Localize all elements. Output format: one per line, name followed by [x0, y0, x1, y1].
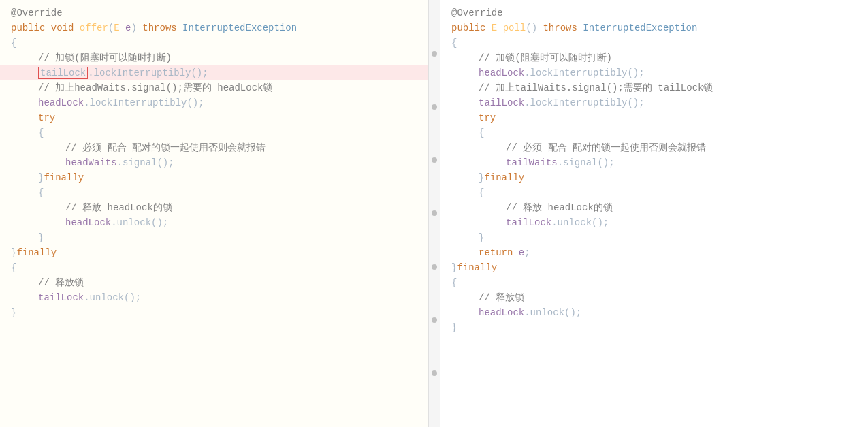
left-line-21: } [0, 305, 428, 320]
right-line-5: headLock.lockInterruptibly(); [440, 65, 868, 80]
right-line-19: { [440, 275, 868, 290]
left-line-5: tailLock.lockInterruptibly(); [0, 65, 428, 80]
right-line-4: // 加锁(阻塞时可以随时打断) [440, 50, 868, 65]
left-line-10: // 必须 配合 配对的锁一起使用否则会就报错 [0, 140, 428, 155]
left-line-7: headLock.lockInterruptibly(); [0, 95, 428, 110]
left-line-11: headWaits.signal(); [0, 155, 428, 170]
right-line-9: { [440, 125, 868, 140]
divider-dot-7 [432, 370, 437, 376]
left-code-panel[interactable]: @Override public void offer(E e) throws … [0, 0, 428, 427]
right-line-20: // 释放锁 [440, 290, 868, 305]
left-line-1: @Override [0, 5, 428, 20]
left-line-17: }finally [0, 245, 428, 260]
left-line-16: } [0, 230, 428, 245]
left-line-8: try [0, 110, 428, 125]
right-line-17: return e; [440, 245, 868, 260]
left-line-2: public void offer(E e) throws Interrupte… [0, 20, 428, 35]
left-line-12: }finally [0, 170, 428, 185]
right-line-3: { [440, 35, 868, 50]
right-line-14: // 释放 headLock的锁 [440, 200, 868, 215]
right-line-2: public E poll() throws InterruptedExcept… [440, 20, 868, 35]
divider-dot-1 [432, 51, 437, 57]
left-line-18: { [0, 260, 428, 275]
right-line-1: @Override [440, 5, 868, 20]
right-line-8: try [440, 110, 868, 125]
right-line-12: }finally [440, 170, 868, 185]
left-line-19: // 释放锁 [0, 275, 428, 290]
left-line-6: // 加上headWaits.signal();需要的 headLock锁 [0, 80, 428, 95]
right-line-18: }finally [440, 260, 868, 275]
panel-divider [428, 0, 440, 427]
divider-dot-2 [432, 104, 437, 110]
left-line-14: // 释放 headLock的锁 [0, 200, 428, 215]
divider-dot-3 [432, 157, 437, 163]
left-line-4: // 加锁(阻塞时可以随时打断) [0, 50, 428, 65]
right-line-11: tailWaits.signal(); [440, 155, 868, 170]
right-line-13: { [440, 185, 868, 200]
right-line-21: headLock.unlock(); [440, 305, 868, 320]
divider-dot-6 [432, 317, 437, 323]
right-code-panel[interactable]: @Override public E poll() throws Interru… [440, 0, 868, 427]
left-line-3: { [0, 35, 428, 50]
divider-dot-5 [432, 264, 437, 270]
right-line-7: tailLock.lockInterruptibly(); [440, 95, 868, 110]
right-line-10: // 必须 配合 配对的锁一起使用否则会就报错 [440, 140, 868, 155]
right-line-16: } [440, 230, 868, 245]
right-line-15: tailLock.unlock(); [440, 215, 868, 230]
left-line-9: { [0, 125, 428, 140]
left-line-13: { [0, 185, 428, 200]
right-line-6: // 加上tailWaits.signal();需要的 tailLock锁 [440, 80, 868, 95]
left-line-20: tailLock.unlock(); [0, 290, 428, 305]
right-line-22: } [440, 320, 868, 335]
divider-dot-4 [432, 210, 437, 216]
left-line-15: headLock.unlock(); [0, 215, 428, 230]
